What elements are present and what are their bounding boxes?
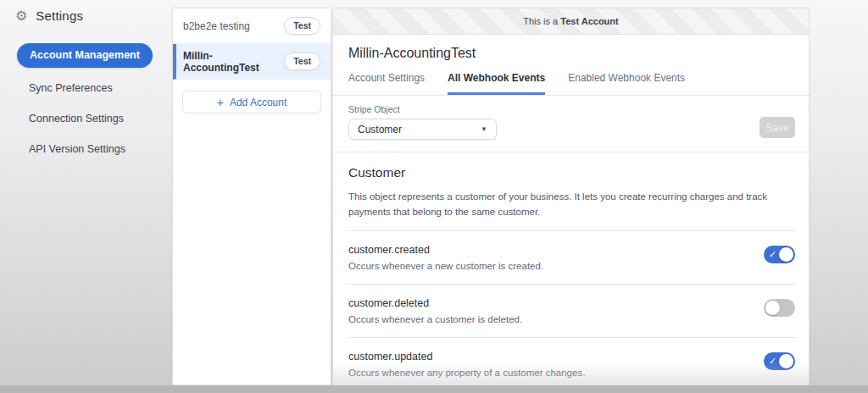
event-row-customer-created: customer.createdOccurs whenever a new cu… <box>333 231 809 284</box>
webhook-events-list: customer.createdOccurs whenever a new cu… <box>333 230 809 385</box>
add-account-label: Add Account <box>230 97 287 108</box>
stripe-object-select[interactable]: Customer ▼ <box>348 119 497 140</box>
event-name: customer.deleted <box>348 297 522 309</box>
test-mode-badge: Test <box>284 17 320 35</box>
panel-header: Millin-AccountingTest Account SettingsAl… <box>333 35 809 96</box>
save-button[interactable]: Save <box>760 117 795 138</box>
sidebar-header: ⚙ Settings <box>0 0 170 23</box>
banner-bold-text: Test Account <box>560 16 618 26</box>
event-row-customer-updated: customer.updatedOccurs whenever any prop… <box>333 338 809 385</box>
selected-object-value: Customer <box>358 124 402 136</box>
account-row-millin-accountingtest[interactable]: Millin-AccountingTestTest <box>173 44 331 80</box>
event-info: customer.deletedOccurs whenever a custom… <box>348 297 522 324</box>
plus-icon: + <box>217 97 224 108</box>
add-account-button[interactable]: + Add Account <box>182 91 321 113</box>
tab-enabled-webhook-events[interactable]: Enabled Webhook Events <box>568 72 685 95</box>
banner-text: This is a <box>523 16 558 26</box>
tab-all-webhook-events[interactable]: All Webhook Events <box>448 72 545 95</box>
account-name: b2be2e testing <box>183 20 250 32</box>
event-description: Occurs whenever a new customer is create… <box>348 261 543 271</box>
account-detail-panel: This is a Test Account Millin-Accounting… <box>332 8 810 385</box>
sidebar-item-sync-preferences[interactable]: Sync Preferences <box>17 82 113 94</box>
stripe-object-controls: Stripe Object Customer ▼ Save <box>333 96 809 152</box>
settings-sidebar: ⚙ Settings Account ManagementSync Prefer… <box>0 0 170 174</box>
sidebar-item-account-management[interactable]: Account Management <box>17 43 153 68</box>
sidebar-nav: Account ManagementSync PreferencesConnec… <box>0 43 170 174</box>
event-description: Occurs whenever any property of a custom… <box>348 368 585 378</box>
stripe-object-label: Stripe Object <box>348 104 793 114</box>
toggle-customer-updated[interactable]: ✓ <box>764 352 795 370</box>
tab-account-settings[interactable]: Account Settings <box>348 72 425 95</box>
object-title: Customer <box>348 165 793 180</box>
accounts-list: b2be2e testingTestMillin-AccountingTestT… <box>173 8 331 80</box>
gear-icon: ⚙ <box>15 9 27 23</box>
account-row-b2be2e-testing[interactable]: b2be2e testingTest <box>173 8 331 44</box>
event-row-customer-deleted: customer.deletedOccurs whenever a custom… <box>333 285 809 337</box>
toggle-knob <box>779 354 793 368</box>
check-icon: ✓ <box>769 248 776 260</box>
event-info: customer.updatedOccurs whenever any prop… <box>348 351 585 378</box>
tab-bar: Account SettingsAll Webhook EventsEnable… <box>348 72 793 95</box>
object-section: Customer This object represents a custom… <box>333 152 809 230</box>
event-info: customer.createdOccurs whenever a new cu… <box>348 244 543 271</box>
toggle-customer-created[interactable]: ✓ <box>764 246 795 263</box>
toggle-customer-deleted[interactable] <box>764 299 795 317</box>
chevron-down-icon: ▼ <box>481 125 487 133</box>
object-description: This object represents a customer of you… <box>348 189 793 220</box>
accounts-card: b2be2e testingTestMillin-AccountingTestT… <box>172 8 331 385</box>
test-mode-badge: Test <box>284 53 320 70</box>
settings-page: ⚙ Settings Account ManagementSync Prefer… <box>0 0 868 393</box>
bottom-edge <box>0 385 868 393</box>
sidebar-item-connection-settings[interactable]: Connection Settings <box>17 113 124 125</box>
account-title: Millin-AccountingTest <box>348 46 793 61</box>
event-name: customer.updated <box>348 351 585 363</box>
toggle-knob <box>765 301 780 315</box>
event-description: Occurs whenever a customer is deleted. <box>348 314 522 324</box>
check-icon: ✓ <box>769 355 776 367</box>
event-name: customer.created <box>348 244 543 256</box>
page-title: Settings <box>36 8 83 23</box>
test-account-banner: This is a Test Account <box>333 8 809 35</box>
account-name: Millin-AccountingTest <box>183 50 284 74</box>
sidebar-item-api-version-settings[interactable]: API Version Settings <box>17 143 125 155</box>
toggle-knob <box>779 247 793 262</box>
